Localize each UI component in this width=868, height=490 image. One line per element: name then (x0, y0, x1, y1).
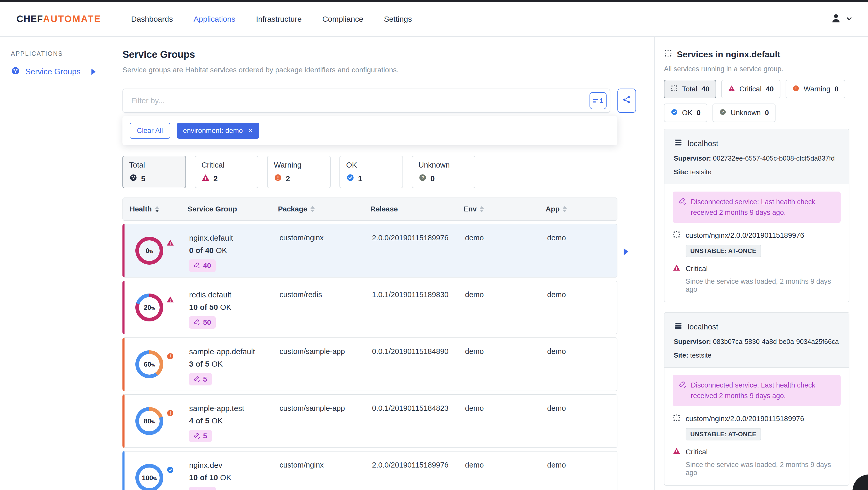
table-row[interactable]: 80% sample-app.test 4 of 5 OK 5 custom/s… (122, 394, 617, 448)
health-donut: 20% (135, 294, 163, 321)
column-header-app[interactable]: App (546, 205, 617, 213)
health-donut: 100% (135, 464, 163, 490)
service-group-name: nginx.default (189, 234, 280, 242)
sort-icons[interactable] (563, 206, 567, 212)
warning-icon (166, 352, 174, 362)
package-cell: custom/nginx (280, 224, 372, 277)
health-donut: 80% (135, 407, 163, 435)
logo-automate: AUTOMATE (43, 14, 101, 24)
filter-chip-label: environment: demo (183, 127, 243, 135)
user-avatar-icon (830, 12, 842, 26)
table-row[interactable]: 60% sample-app.default 3 of 5 OK 5 custo… (122, 337, 617, 391)
nav-compliance[interactable]: Compliance (322, 15, 363, 24)
filter-chip-environment-demo[interactable]: environment: demo ✕ (177, 123, 259, 139)
supervisor-id: 083b07ca-5830-4a8d-be0a-9034a25f66ca (713, 338, 839, 346)
health-filter-tabs: Total 5 Critical 2 Warning (122, 156, 654, 188)
close-icon[interactable]: ✕ (248, 127, 253, 134)
package-cell: custom/sample-app (280, 338, 372, 391)
column-header-env[interactable]: Env (463, 205, 546, 213)
sort-icons[interactable] (480, 206, 484, 212)
user-menu[interactable] (830, 12, 852, 26)
app-cell: demo (547, 452, 617, 490)
tab-total[interactable]: Total 5 (122, 156, 186, 188)
package-cell: custom/nginx (280, 452, 372, 490)
app-cell: demo (547, 281, 617, 334)
tab-critical[interactable]: Critical 2 (195, 156, 258, 188)
warning-icon (166, 409, 174, 419)
ok-icon (166, 466, 174, 476)
badge-ok[interactable]: OK0 (664, 103, 707, 122)
tab-warning[interactable]: Warning 2 (267, 156, 331, 188)
column-header-package[interactable]: Package (278, 205, 370, 213)
filter-input[interactable] (122, 89, 610, 113)
nav-infrastructure[interactable]: Infrastructure (256, 15, 302, 24)
supervisor-id: 002732ee-6557-405c-b008-cfcf5da837fd (713, 154, 835, 162)
service-health: Critical (686, 265, 708, 273)
broken-link-icon (194, 319, 200, 326)
critical-icon (728, 85, 735, 94)
critical-icon (166, 296, 174, 305)
disconnected-count-badge: 50 (189, 316, 216, 329)
broken-link-icon (679, 381, 687, 389)
svg-text:?: ? (721, 110, 724, 114)
table-row[interactable]: 20% redis.default 10 of 50 OK 50 custom/… (122, 281, 617, 334)
server-icon (674, 321, 683, 332)
sort-icons[interactable] (311, 206, 315, 212)
ok-icon (671, 108, 678, 118)
env-cell: demo (465, 452, 547, 490)
panel-health-badges: Total40 Critical40 Warning0 OK0 ? Unknow… (664, 80, 849, 122)
badge-total[interactable]: Total40 (664, 80, 716, 98)
tab-unknown[interactable]: Unknown ? 0 (412, 156, 475, 188)
filter-count-button[interactable]: 1 (590, 92, 607, 109)
health-donut: 0% (135, 237, 163, 265)
critical-icon (166, 239, 174, 249)
column-header-health[interactable]: Health (130, 205, 188, 213)
service-group-name: nginx.dev (189, 461, 280, 469)
disconnected-count-badge: 5 (189, 430, 212, 442)
filter-applied-count: 1 (599, 97, 603, 104)
env-cell: demo (465, 338, 547, 391)
badge-warning[interactable]: Warning0 (785, 80, 845, 98)
site-name: testsite (690, 168, 711, 176)
release-cell: 0.0.1/20190115184890 (372, 338, 465, 391)
service-card: localhost Supervisor: 083b07ca-5830-4a8d… (664, 312, 849, 486)
row-chevron-right-icon[interactable] (624, 248, 628, 255)
tab-ok[interactable]: OK 1 (339, 156, 403, 188)
service-group-name: redis.default (189, 290, 280, 299)
nav-dashboards[interactable]: Dashboards (131, 15, 173, 24)
table-row[interactable]: 100% nginx.dev 10 of 10 OK 10 custom/ngi… (122, 451, 617, 490)
env-cell: demo (465, 281, 547, 334)
release-cell: 1.0.1/20190115189830 (372, 281, 465, 334)
badge-unknown[interactable]: ? Unknown0 (712, 103, 776, 122)
service-groups-icon (11, 66, 20, 77)
sort-icons[interactable] (155, 206, 159, 212)
host-name: localhost (688, 139, 718, 148)
table-row[interactable]: 0% nginx.default 0 of 40 OK 40 custom/ng… (122, 224, 617, 277)
column-header-service-group[interactable]: Service Group (188, 205, 278, 213)
health-donut: 60% (135, 350, 163, 378)
main-nav: Dashboards Applications Infrastructure C… (131, 15, 412, 24)
app-window: CHEFAUTOMATE Dashboards Applications Inf… (0, 0, 868, 490)
logo-chef: CHEF (17, 14, 43, 24)
panel-title: Services in nginx.default (677, 49, 780, 59)
chevron-right-icon[interactable] (91, 69, 96, 75)
column-header-release[interactable]: Release (370, 205, 463, 213)
share-button[interactable] (617, 89, 636, 113)
services-side-panel: Services in nginx.default All services r… (654, 37, 868, 490)
clear-all-button[interactable]: Clear All (130, 123, 170, 139)
nav-applications[interactable]: Applications (193, 15, 235, 24)
disconnected-count-badge: 40 (189, 259, 216, 272)
sidebar-item-service-groups[interactable]: Service Groups (11, 66, 103, 77)
service-package-id: custom/nginx/2.0.0/20190115189976 (686, 231, 804, 239)
broken-link-icon (679, 198, 687, 205)
top-strip (0, 0, 868, 2)
badge-critical[interactable]: Critical40 (721, 80, 780, 98)
service-card: localhost Supervisor: 002732ee-6557-405c… (664, 129, 849, 302)
chef-automate-logo[interactable]: CHEFAUTOMATE (17, 14, 101, 25)
broken-link-icon (194, 376, 200, 383)
critical-icon (673, 447, 680, 457)
nav-settings[interactable]: Settings (384, 15, 412, 24)
applied-filters-panel: Clear All environment: demo ✕ (122, 116, 617, 145)
health-since-text: Since the service was loaded, 2 months 9… (686, 461, 841, 477)
site-name: testsite (690, 351, 711, 359)
